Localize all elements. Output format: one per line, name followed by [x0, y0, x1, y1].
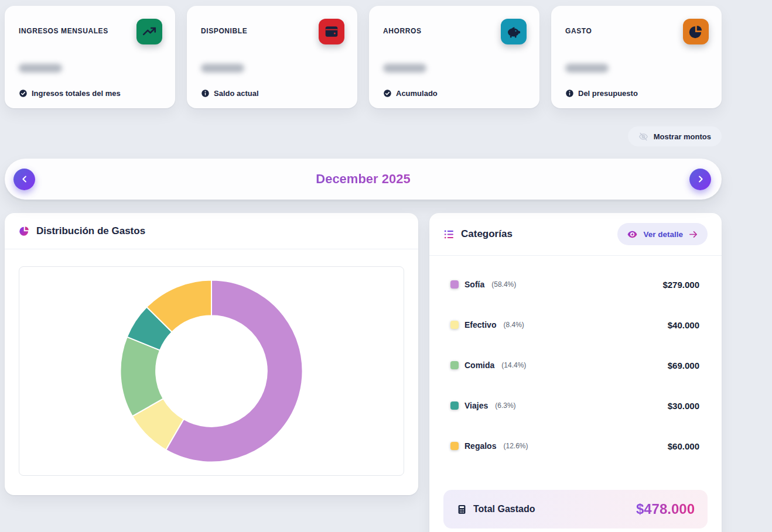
dashboard: INGRESOS MENSUALES Ingresos totales del … — [5, 0, 722, 532]
category-percent: (6.3%) — [495, 401, 515, 410]
category-amount: $60.000 — [668, 441, 699, 451]
card-title: AHORROS — [383, 27, 422, 35]
distribution-title: Distribución de Gastos — [36, 225, 145, 237]
categories-title: Categorías — [461, 228, 513, 240]
card-gasto: GASTO Del presupuesto — [551, 6, 722, 108]
eye-off-icon — [638, 132, 648, 142]
eye-icon — [627, 229, 638, 240]
card-title: GASTO — [565, 27, 592, 35]
category-row-regalos[interactable]: Regalos (12.6%) $60.000 — [443, 434, 708, 458]
card-caption-text: Del presupuesto — [578, 89, 638, 98]
category-amount: $30.000 — [668, 401, 699, 411]
category-row-viajes[interactable]: Viajes (6.3%) $30.000 — [443, 394, 708, 417]
category-name: Sofía — [464, 280, 484, 289]
pie-chart-icon — [683, 19, 709, 44]
distribution-panel: Distribución de Gastos — [5, 213, 418, 495]
category-name: Comida — [464, 361, 494, 370]
category-percent: (58.4%) — [491, 280, 516, 289]
category-swatch — [450, 442, 459, 450]
card-title: INGRESOS MENSUALES — [19, 27, 108, 35]
category-swatch — [450, 280, 459, 289]
total-spent-amount: $478.000 — [636, 501, 695, 517]
month-navigation: December 2025 — [5, 159, 722, 200]
category-amount: $40.000 — [668, 320, 699, 330]
category-amount: $279.000 — [662, 280, 699, 290]
piggy-bank-icon — [501, 19, 527, 44]
category-row-comida[interactable]: Comida (14.4%) $69.000 — [443, 353, 708, 377]
category-list: Sofía (58.4%) $279.000 Efectivo (8.4%) $… — [429, 256, 722, 458]
category-name: Efectivo — [464, 320, 496, 330]
category-percent: (8.4%) — [503, 321, 524, 329]
card-disponible: DISPONIBLE Saldo actual — [187, 6, 357, 108]
wallet-icon — [319, 19, 344, 44]
donut-chart-container — [19, 266, 404, 476]
list-icon — [443, 229, 455, 240]
total-spent-row: Total Gastado $478.000 — [443, 490, 708, 528]
hidden-amount — [19, 64, 62, 73]
info-circle-icon — [201, 89, 210, 98]
hidden-amount — [565, 64, 609, 73]
info-circle-icon — [565, 89, 574, 98]
card-caption-text: Saldo actual — [214, 89, 259, 98]
check-circle-icon — [383, 89, 392, 98]
category-percent: (12.6%) — [503, 442, 528, 450]
show-amounts-label: Mostrar montos — [654, 132, 711, 141]
category-percent: (14.4%) — [501, 361, 526, 369]
month-title: December 2025 — [5, 171, 722, 187]
categories-panel: Categorías Ver detalle — [429, 213, 722, 532]
category-name: Viajes — [464, 401, 488, 410]
panels-row: Distribución de Gastos Categorías — [5, 213, 722, 532]
card-ingresos-mensuales: INGRESOS MENSUALES Ingresos totales del … — [5, 6, 175, 108]
category-name: Regalos — [464, 441, 496, 451]
card-caption-text: Acumulado — [396, 89, 438, 98]
category-swatch — [450, 361, 459, 369]
calculator-icon — [456, 504, 467, 515]
donut-chart-svg — [19, 266, 404, 476]
total-spent-label: Total Gastado — [473, 504, 535, 514]
summary-cards-row: INGRESOS MENSUALES Ingresos totales del … — [5, 0, 722, 108]
card-caption-text: Ingresos totales del mes — [32, 89, 121, 98]
arrow-right-icon — [688, 229, 698, 239]
category-row-sofia[interactable]: Sofía (58.4%) $279.000 — [443, 273, 708, 296]
trending-up-icon — [136, 19, 162, 44]
category-amount: $69.000 — [668, 361, 699, 370]
hidden-amount — [201, 64, 244, 73]
hidden-amount — [383, 64, 426, 73]
view-detail-button[interactable]: Ver detalle — [617, 223, 708, 245]
card-ahorros: AHORROS Acumulado — [369, 6, 539, 108]
category-swatch — [450, 321, 459, 329]
category-swatch — [450, 401, 459, 410]
show-amounts-button[interactable]: Mostrar montos — [628, 126, 722, 146]
view-detail-label: Ver detalle — [643, 230, 683, 239]
card-title: DISPONIBLE — [201, 27, 247, 35]
pie-chart-icon — [19, 225, 30, 236]
check-circle-icon — [19, 89, 28, 98]
toggle-row: Mostrar montos — [5, 126, 722, 146]
category-row-efectivo[interactable]: Efectivo (8.4%) $40.000 — [443, 313, 708, 337]
